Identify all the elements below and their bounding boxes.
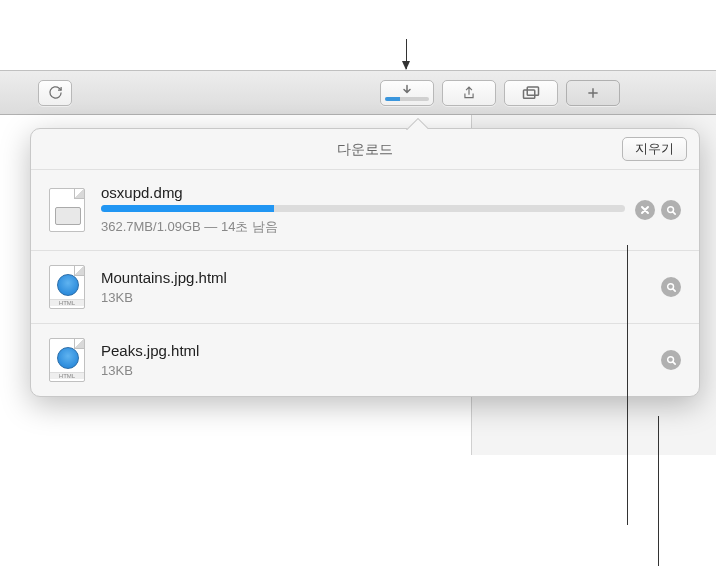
item-actions — [635, 200, 681, 220]
share-icon — [462, 85, 476, 101]
downloads-toolbar-button[interactable] — [380, 80, 434, 106]
download-item: HTML Mountains.jpg.html 13KB — [31, 250, 699, 323]
download-progress-fill — [101, 205, 274, 212]
file-type-label: HTML — [50, 372, 84, 379]
callout-line — [627, 245, 628, 525]
file-name: Mountains.jpg.html — [101, 269, 651, 286]
file-icon-html: HTML — [49, 265, 87, 309]
download-progress-bar — [101, 205, 625, 212]
file-icon-html: HTML — [49, 338, 87, 382]
reveal-in-finder-button[interactable] — [661, 277, 681, 297]
item-actions — [661, 277, 681, 297]
file-name: osxupd.dmg — [101, 184, 625, 201]
share-button[interactable] — [442, 80, 496, 106]
popover-header: 다운로드 지우기 — [31, 129, 699, 169]
reveal-in-finder-button[interactable] — [661, 350, 681, 370]
popover-title: 다운로드 — [45, 141, 685, 159]
file-status: 362.7MB/1.09GB — 14초 남음 — [101, 218, 625, 236]
browser-toolbar — [0, 70, 716, 115]
plus-icon — [586, 86, 600, 100]
svg-rect-1 — [527, 87, 538, 95]
download-item: osxupd.dmg 362.7MB/1.09GB — 14초 남음 — [31, 169, 699, 250]
tabs-icon — [522, 86, 540, 100]
file-name: Peaks.jpg.html — [101, 342, 651, 359]
file-info: Mountains.jpg.html 13KB — [101, 269, 651, 305]
magnifier-icon — [666, 205, 677, 216]
download-arrow-icon — [401, 84, 413, 96]
reload-icon — [48, 85, 63, 100]
magnifier-icon — [666, 355, 677, 366]
download-item: HTML Peaks.jpg.html 13KB — [31, 323, 699, 396]
file-info: osxupd.dmg 362.7MB/1.09GB — 14초 남음 — [101, 184, 625, 236]
reload-button[interactable] — [38, 80, 72, 106]
file-status: 13KB — [101, 290, 651, 305]
downloads-popover: 다운로드 지우기 osxupd.dmg 362.7MB/1.09GB — 14초… — [30, 128, 700, 397]
file-icon-dmg — [49, 188, 87, 232]
magnifier-icon — [666, 282, 677, 293]
clear-button[interactable]: 지우기 — [622, 137, 687, 161]
callout-line — [658, 416, 659, 566]
file-info: Peaks.jpg.html 13KB — [101, 342, 651, 378]
close-icon — [640, 205, 650, 215]
item-actions — [661, 350, 681, 370]
show-tabs-button[interactable] — [504, 80, 558, 106]
toolbar-download-progress — [385, 97, 429, 101]
new-tab-button[interactable] — [566, 80, 620, 106]
file-type-label: HTML — [50, 299, 84, 306]
callout-arrow — [406, 39, 407, 69]
file-status: 13KB — [101, 363, 651, 378]
svg-rect-0 — [524, 90, 535, 98]
reveal-in-finder-button[interactable] — [661, 200, 681, 220]
cancel-download-button[interactable] — [635, 200, 655, 220]
